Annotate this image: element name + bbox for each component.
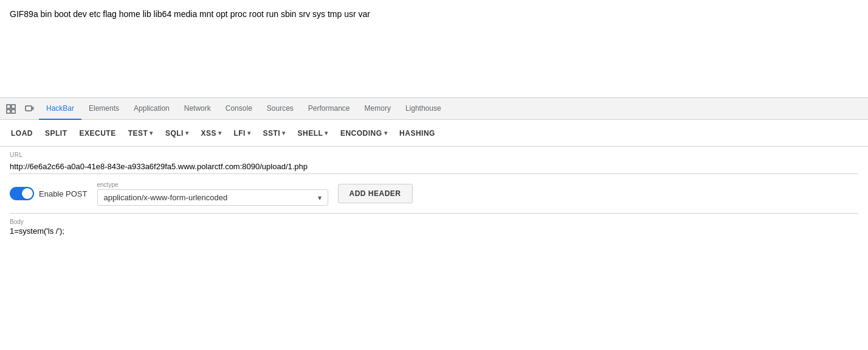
inspect-icon[interactable] [2,100,19,117]
svg-rect-0 [7,105,10,108]
lfi-dropdown-arrow: ▾ [247,130,251,136]
test-dropdown-arrow: ▾ [150,130,153,136]
page-text: GIF89a bin boot dev etc flag home lib li… [10,9,370,19]
device-toggle-icon[interactable] [21,100,38,117]
post-section: Enable POST enctype application/x-www-fo… [10,181,858,206]
tab-lighthouse[interactable]: Lighthouse [398,98,449,120]
hashing-button[interactable]: HASHING [393,127,441,140]
tab-sources[interactable]: Sources [260,98,301,120]
enable-post-toggle[interactable] [10,187,34,200]
url-section: URL http://6e6a2c66-a0a0-41e8-843e-a933a… [10,152,858,174]
ssti-button[interactable]: SSTI ▾ [257,127,291,140]
svg-rect-2 [7,110,10,113]
tab-elements[interactable]: Elements [81,98,126,120]
enable-post-label: Enable POST [39,189,88,198]
lfi-button[interactable]: LFI ▾ [227,127,257,140]
devtools-tabbar: HackBar Elements Application Network Con… [0,98,868,120]
tab-hackbar[interactable]: HackBar [39,98,81,120]
tab-memory[interactable]: Memory [357,98,398,120]
execute-button[interactable]: EXECUTE [74,127,122,140]
ssti-dropdown-arrow: ▾ [282,130,286,136]
test-button[interactable]: TEST ▾ [122,127,159,140]
url-label: URL [10,152,858,158]
hackbar-body: URL http://6e6a2c66-a0a0-41e8-843e-a933a… [0,147,868,240]
body-input[interactable]: 1=system('ls /'); [10,226,858,236]
hackbar-toolbar: LOAD SPLIT EXECUTE TEST ▾ SQLI ▾ XSS ▾ L… [0,120,868,147]
encoding-dropdown-arrow: ▾ [384,130,388,136]
enctype-label: enctype [97,181,328,188]
tab-performance[interactable]: Performance [301,98,357,120]
sqli-button[interactable]: SQLI ▾ [159,127,195,140]
load-button[interactable]: LOAD [5,127,39,140]
svg-rect-1 [12,105,15,108]
shell-button[interactable]: SHELL ▾ [292,127,334,140]
xss-dropdown-arrow: ▾ [218,130,222,136]
body-label: Body [10,219,858,225]
body-section: Body 1=system('ls /'); [10,213,858,236]
sqli-dropdown-arrow: ▾ [185,130,189,136]
enctype-dropdown-arrow: ▾ [318,194,322,202]
xss-button[interactable]: XSS ▾ [195,127,227,140]
shell-dropdown-arrow: ▾ [325,130,328,136]
tab-application[interactable]: Application [126,98,177,120]
enctype-value: application/x-www-form-urlencoded [104,193,228,202]
page-content: GIF89a bin boot dev etc flag home lib li… [0,0,868,97]
add-header-button[interactable]: ADD HEADER [338,184,413,203]
tab-console[interactable]: Console [218,98,260,120]
url-input[interactable]: http://6e6a2c66-a0a0-41e8-843e-a933a6f29… [10,159,858,174]
svg-rect-4 [26,106,32,111]
enctype-section: enctype application/x-www-form-urlencode… [97,181,328,206]
devtools-panel: HackBar Elements Application Network Con… [0,97,868,240]
encoding-button[interactable]: ENCODING ▾ [334,127,393,140]
svg-rect-3 [12,110,15,113]
split-button[interactable]: SPLIT [39,127,74,140]
enctype-select[interactable]: application/x-www-form-urlencoded ▾ [97,189,328,206]
svg-rect-5 [32,107,33,110]
enable-post-toggle-group: Enable POST [10,187,88,200]
tab-network[interactable]: Network [177,98,218,120]
